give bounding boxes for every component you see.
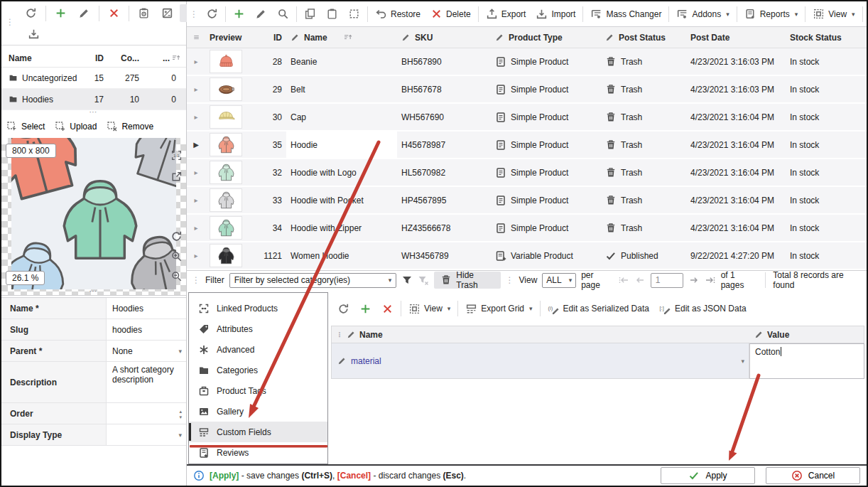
cell-post-status[interactable]: Trash [601, 76, 686, 102]
cell-post-status[interactable]: Published [601, 242, 686, 269]
refresh-button[interactable] [201, 5, 223, 23]
tab-reviews[interactable]: Reviews [189, 442, 327, 463]
cell-post-status[interactable]: Trash [601, 187, 686, 213]
first-page-icon[interactable] [618, 274, 629, 286]
cell-sku[interactable]: HZ43566678 [397, 215, 491, 241]
property-value[interactable]: None [107, 341, 186, 361]
product-thumbnail[interactable] [210, 216, 242, 240]
product-row[interactable]: ▸1121Women HoodieWH3456789Variable Produ… [187, 242, 867, 270]
property-value[interactable]: Hoodies [107, 298, 186, 319]
cell-name[interactable]: Hoodie with Logo [286, 159, 397, 186]
cell-stock-status[interactable]: In stock [786, 104, 867, 130]
property-value[interactable]: A short category description [107, 362, 186, 402]
mass-changer-button[interactable]: Mass Changer [585, 5, 666, 23]
col-stock-status[interactable]: Stock Status [786, 33, 867, 43]
row-expander[interactable]: ▸ [187, 48, 205, 75]
product-thumbnail[interactable] [210, 188, 242, 212]
export-button[interactable]: Export [481, 5, 531, 23]
hide-trash-button[interactable]: Hide Trash [434, 272, 500, 289]
cell-id[interactable]: 29 [246, 76, 286, 102]
cell-post-status[interactable]: Trash [601, 159, 686, 186]
property-value[interactable] [107, 403, 186, 424]
import-button[interactable]: Import [531, 5, 580, 23]
col-category-id[interactable]: ID [85, 53, 111, 63]
pencil-button[interactable] [73, 4, 95, 22]
cell-stock-status[interactable]: In stock [786, 76, 867, 102]
cell-sku[interactable]: WH567690 [397, 104, 491, 130]
product-row[interactable]: ▸29BeltBH567678Simple ProductTrash4/23/2… [187, 76, 867, 104]
preview-resize-handle[interactable]: ⋯ [1, 287, 186, 296]
cell-name[interactable]: Beanie [286, 48, 397, 75]
paste-view-button[interactable] [133, 4, 155, 22]
cell-product-type[interactable]: Simple Product [491, 187, 601, 213]
image-adjust-button[interactable] [156, 4, 178, 22]
cell-post-date[interactable]: 4/23/2021 3:16:04 PM [686, 104, 786, 130]
cell-id[interactable]: 28 [246, 48, 286, 75]
cell-id[interactable]: 33 [246, 187, 286, 213]
cell-product-type[interactable]: Variable Product [491, 242, 601, 269]
col-preview[interactable]: Preview [205, 33, 246, 43]
cell-name[interactable]: Belt [286, 76, 397, 102]
cell-post-date[interactable]: 9/22/2021 4:27:20 PM [686, 242, 786, 269]
cell-stock-status[interactable]: In stock [786, 159, 867, 186]
row-expander[interactable]: ▶ [187, 132, 205, 158]
cell-name[interactable]: Hoodie with Pocket [286, 187, 397, 213]
close-button[interactable] [376, 300, 398, 318]
cell-sku[interactable]: HL5670982 [397, 159, 491, 186]
cell-post-date[interactable]: 4/23/2021 3:16:04 PM [686, 159, 786, 186]
refresh-button[interactable] [20, 4, 42, 22]
col-cf-name[interactable]: ⋮Name [332, 330, 750, 340]
product-thumbnail[interactable] [210, 77, 242, 101]
one-to-one-icon[interactable]: 1:1 [170, 149, 183, 161]
col-category-count[interactable]: Co... [111, 53, 146, 63]
col-sku[interactable]: SKU [397, 33, 491, 43]
toolbar-grip-icon[interactable]: ⋮ [190, 9, 198, 19]
delete-button[interactable]: Delete [425, 5, 476, 23]
col-id[interactable]: ID [246, 33, 286, 43]
product-thumbnail[interactable] [210, 50, 242, 73]
row-expander[interactable]: ▸ [187, 242, 205, 269]
grid-grip-icon[interactable] [192, 33, 201, 42]
col-product-type[interactable]: Product Type [491, 33, 601, 43]
reports-button[interactable]: Reports▾ [739, 5, 803, 23]
paste-button[interactable] [321, 5, 343, 23]
cancel-button[interactable]: Cancel [766, 467, 860, 484]
cell-product-type[interactable]: Simple Product [491, 76, 601, 102]
close-button[interactable] [103, 4, 125, 22]
cell-sku[interactable]: WH3456789 [397, 242, 491, 269]
cell-id[interactable]: 30 [246, 104, 286, 130]
zoom-out-icon[interactable] [170, 270, 183, 282]
page-number-input[interactable] [651, 273, 683, 288]
cell-id[interactable]: 34 [246, 215, 286, 241]
cell-product-type[interactable]: Simple Product [491, 132, 601, 158]
product-row[interactable]: ▶35HoodieH45678987Simple ProductTrash4/2… [187, 132, 867, 159]
product-thumbnail[interactable] [210, 161, 242, 184]
tab-linked-products[interactable]: Linked Products [189, 298, 327, 319]
refresh-button[interactable] [332, 300, 354, 318]
cell-stock-status[interactable]: In stock [786, 48, 867, 75]
property-value[interactable]: hoodies [107, 319, 186, 340]
product-thumbnail[interactable] [210, 105, 242, 129]
col-post-status[interactable]: Post Status [601, 33, 686, 43]
category-row[interactable]: Uncategorized152750 [1, 68, 186, 89]
cell-name[interactable]: Women Hoodie [286, 242, 397, 269]
cell-post-date[interactable]: 4/23/2021 3:16:04 PM [686, 132, 786, 158]
edit-as-json-data-button[interactable]: [:]Edit as JSON Data [654, 300, 752, 318]
tree-resize-handle[interactable]: ⋯ [1, 108, 186, 117]
toolbar-grip-icon[interactable]: ⋮ [506, 275, 514, 285]
product-row[interactable]: ▸34Hoodie with ZipperHZ43566678Simple Pr… [187, 215, 867, 242]
cell-name[interactable]: Hoodie with Zipper [286, 215, 397, 241]
cell-name[interactable]: Hoodie [286, 132, 397, 158]
cell-id[interactable]: 35 [246, 132, 286, 158]
select-image-button[interactable]: Select [4, 119, 47, 134]
product-row[interactable]: ▸32Hoodie with LogoHL5670982Simple Produ… [187, 159, 867, 187]
download-tray-button[interactable] [23, 25, 45, 43]
cell-product-type[interactable]: Simple Product [491, 215, 601, 241]
col-post-date[interactable]: Post Date [686, 33, 786, 43]
plus-button[interactable] [50, 4, 72, 22]
filter-combo[interactable]: Filter by selected category(ies)▾ [229, 273, 397, 288]
upload-image-button[interactable]: Upload [53, 119, 99, 134]
col-name[interactable]: Name [286, 33, 397, 43]
last-page-icon[interactable] [705, 274, 716, 286]
row-expander[interactable]: ▸ [187, 159, 205, 186]
